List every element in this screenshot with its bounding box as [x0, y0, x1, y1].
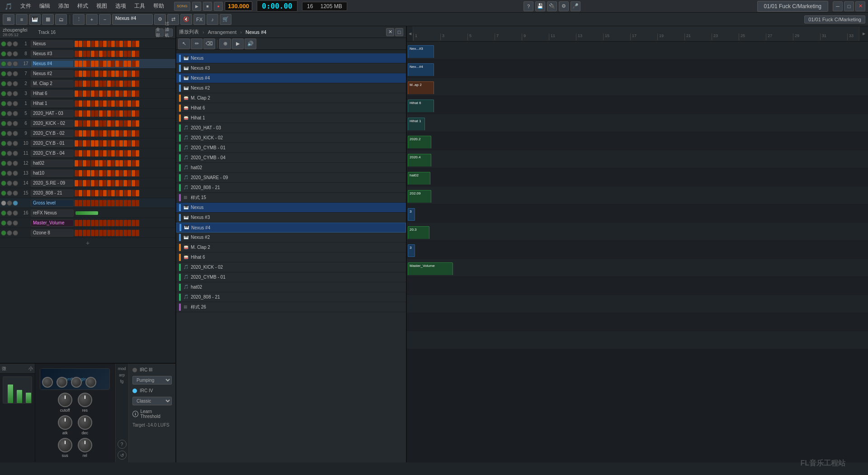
- plugin-btn[interactable]: 🔌: [547, 1, 557, 11]
- ch-name[interactable]: hat10: [31, 170, 74, 177]
- play-button[interactable]: ▶: [192, 2, 201, 11]
- channel-row[interactable]: 8 Nexus #3: [0, 49, 175, 59]
- gross-level-name[interactable]: Gross level: [31, 200, 74, 207]
- gross-level-row[interactable]: Gross level: [0, 198, 175, 208]
- clip[interactable]: Hihat 6: [408, 100, 434, 112]
- ch-active-btn[interactable]: [1, 41, 6, 47]
- record-button[interactable]: ●: [214, 2, 223, 11]
- mic-btn[interactable]: 🎤: [571, 1, 580, 11]
- plugin-reset-btn[interactable]: ↺: [118, 451, 127, 460]
- inst-row[interactable]: 🎹Nexus: [176, 203, 406, 213]
- inst-row[interactable]: 🎹Nexus: [176, 53, 406, 63]
- ch-name[interactable]: 2020_S.RE - 09: [31, 180, 74, 187]
- select-tool-btn[interactable]: ↖: [178, 38, 190, 49]
- channel-row[interactable]: 6 2020_KICK - 02: [0, 119, 175, 128]
- clip[interactable]: 2020.2: [408, 136, 431, 148]
- zoom-out-btn[interactable]: −: [99, 14, 111, 25]
- all-btn[interactable]: 全部: [156, 28, 164, 37]
- clip[interactable]: 20.3: [408, 226, 429, 239]
- erase-tool-btn[interactable]: ⌫: [203, 38, 215, 49]
- ch-name[interactable]: Hihat 1: [31, 100, 74, 107]
- menu-options[interactable]: 选项: [113, 1, 128, 11]
- clip[interactable]: 202.09: [408, 190, 431, 203]
- irc4-mode-select[interactable]: Classic: [132, 397, 172, 405]
- ch-name[interactable]: 2020_CY.B - 02: [31, 130, 74, 137]
- clip[interactable]: 3: [408, 208, 415, 221]
- channel-row[interactable]: 14 2020_S.RE - 09: [0, 178, 175, 188]
- channel-row[interactable]: 7 Nexus #2: [0, 69, 175, 79]
- clip[interactable]: Hihat 1: [408, 118, 425, 130]
- menu-file[interactable]: 文件: [19, 1, 33, 11]
- plugin-help-btn[interactable]: ?: [118, 440, 127, 449]
- inst-row[interactable]: 🎹Nexus #3: [176, 63, 406, 73]
- pattern-mode-btn[interactable]: SONG: [174, 2, 190, 11]
- zoom-tool-btn[interactable]: ⊕: [219, 38, 231, 49]
- close-arrange-btn[interactable]: ✕: [386, 28, 394, 36]
- minimize-btn[interactable]: ─: [833, 1, 843, 11]
- volume-tool-btn[interactable]: 🔊: [245, 38, 256, 49]
- cutoff-knob[interactable]: [58, 393, 72, 407]
- ch-name[interactable]: reFX Nexus: [31, 209, 74, 217]
- inst-row[interactable]: 🥁M. Clap 2: [176, 242, 406, 252]
- expand-arrange-btn[interactable]: □: [395, 28, 403, 36]
- inst-row[interactable]: 🥁M. Clap 2: [176, 93, 406, 103]
- menu-help[interactable]: 帮助: [151, 1, 166, 11]
- inst-row[interactable]: 🎵2020_KICK - 02: [176, 262, 406, 272]
- maximize-btn[interactable]: □: [844, 1, 854, 11]
- save-btn[interactable]: 💾: [535, 1, 545, 11]
- cart-btn[interactable]: 🛒: [220, 14, 231, 25]
- inst-row[interactable]: 🎹Nexus #4: [176, 223, 406, 233]
- inst-row[interactable]: 🎵2020_SNARE - 09: [176, 173, 406, 183]
- rel-knob[interactable]: [78, 438, 92, 452]
- atk-knob[interactable]: [58, 415, 72, 430]
- channel-row[interactable]: 12 hat02: [0, 158, 175, 168]
- clip[interactable]: Nex...#3: [408, 45, 434, 58]
- playlist-btn[interactable]: ▦: [42, 14, 54, 25]
- play-from-btn[interactable]: ▶: [232, 38, 244, 49]
- ch-name[interactable]: Hihat 6: [31, 90, 74, 97]
- channel-row[interactable]: 15 2020_808 - 21: [0, 188, 175, 198]
- filter-btn[interactable]: 过滤机架: [165, 28, 173, 37]
- channel-row[interactable]: 1 Hihat 1: [0, 99, 175, 109]
- piano-btn[interactable]: ♪: [207, 14, 218, 25]
- inst-row[interactable]: 🎹Nexus #2: [176, 83, 406, 93]
- ch-name[interactable]: hat02: [31, 160, 74, 167]
- menu-view[interactable]: 视图: [94, 1, 109, 11]
- dec-knob[interactable]: [78, 415, 92, 430]
- snap-btn[interactable]: ⋮: [73, 14, 85, 25]
- ch-name[interactable]: Nexus: [31, 40, 74, 48]
- ch-mute-btn[interactable]: [7, 41, 12, 47]
- inst-row[interactable]: ▦样式 26: [176, 302, 406, 312]
- res-knob[interactable]: [78, 393, 92, 407]
- inst-row[interactable]: 🎵2020_808 - 21: [176, 183, 406, 193]
- add-channel-btn[interactable]: +: [0, 238, 175, 248]
- inst-row[interactable]: 🎵2020_808 - 21: [176, 292, 406, 302]
- menu-style[interactable]: 样式: [75, 1, 90, 11]
- ch-name[interactable]: Nexus #2: [31, 70, 74, 77]
- ch-name[interactable]: Nexus #3: [31, 50, 74, 57]
- stop-button[interactable]: ■: [203, 2, 212, 11]
- clip[interactable]: Nex...#4: [408, 63, 434, 76]
- inst-row[interactable]: 🎹Nexus #2: [176, 233, 406, 242]
- clip[interactable]: 2020.4: [408, 154, 431, 166]
- ch-name[interactable]: 2020_CY.B - 04: [31, 150, 74, 157]
- channel-row[interactable]: 17 Nexus #4: [0, 59, 175, 69]
- clip[interactable]: Master_Volume: [408, 262, 453, 275]
- clip[interactable]: hat02: [408, 172, 430, 185]
- inst-row[interactable]: 🎵hat02: [176, 282, 406, 292]
- zoom-in-btn[interactable]: +: [86, 14, 98, 25]
- ch-name[interactable]: M. Clap 2: [31, 80, 74, 87]
- menu-edit[interactable]: 编辑: [38, 1, 52, 11]
- clip[interactable]: 3: [408, 244, 415, 257]
- piano-roll-btn[interactable]: 🎹: [29, 14, 41, 25]
- menu-add[interactable]: 添加: [57, 1, 71, 11]
- inst-row[interactable]: 🥁Hihat 1: [176, 113, 406, 123]
- tempo-display[interactable]: 130.000: [225, 1, 252, 11]
- menu-tools[interactable]: 工具: [132, 1, 147, 11]
- channel-row[interactable]: 5 2020_HAT - 03: [0, 109, 175, 119]
- inst-row[interactable]: 🎹Nexus #3: [176, 213, 406, 223]
- ch-name[interactable]: Nexus #4: [31, 60, 74, 67]
- close-btn[interactable]: ✕: [855, 1, 865, 11]
- step-seq-btn[interactable]: ≡: [16, 14, 28, 25]
- channel-row[interactable]: Ozone 8: [0, 228, 175, 238]
